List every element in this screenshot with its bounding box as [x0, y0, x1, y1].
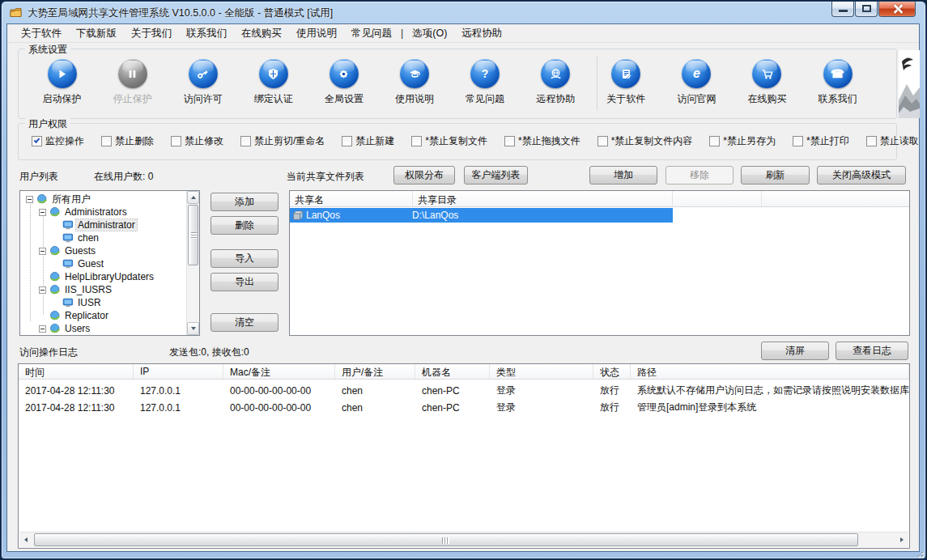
remove-share-button[interactable]: 移除: [665, 166, 734, 185]
permission-distribution-button[interactable]: 权限分布: [393, 166, 455, 185]
menu-about-software[interactable]: 关于软件: [14, 24, 69, 43]
tree-item-administrator[interactable]: Administrator: [20, 218, 186, 231]
column-ip[interactable]: IP: [134, 364, 223, 379]
menu-options[interactable]: 选项(O): [405, 24, 454, 43]
collapse-icon[interactable]: [39, 325, 46, 333]
scroll-up-button[interactable]: [187, 191, 199, 204]
column-share-name[interactable]: 共享名: [290, 191, 413, 206]
collapse-icon[interactable]: [39, 209, 46, 216]
menu-bar: 关于软件 下载新版 关于我们 联系我们 在线购买 使用说明 常见问题 | 选项(…: [7, 24, 919, 43]
checkbox-forbid-cut-rename[interactable]: 禁止剪切/重命名: [240, 134, 325, 148]
user-tree[interactable]: 所有用户 Administrators Administrator chen G…: [19, 190, 200, 336]
scroll-right-button[interactable]: [895, 533, 908, 546]
menu-contact-us[interactable]: 联系我们: [179, 24, 234, 43]
menu-buy-online[interactable]: 在线购买: [234, 24, 289, 43]
column-status[interactable]: 状态: [593, 364, 631, 379]
access-log-table[interactable]: 时间 IP Mac/备注 用户/备注 机器名 类型 状态 路径 2017-04-…: [18, 363, 910, 549]
visit-website-button[interactable]: e 访问官网: [661, 57, 732, 115]
import-users-button[interactable]: 导入: [210, 249, 279, 268]
view-log-button[interactable]: 查看日志: [836, 342, 908, 360]
menu-download-new[interactable]: 下载新版: [69, 24, 124, 43]
tree-item-iis-iusrs[interactable]: IIS_IUSRS: [20, 283, 186, 296]
checkbox-forbid-save-as[interactable]: *禁止另存为: [709, 134, 776, 148]
thumb-grip-icon: [442, 537, 449, 544]
usage-help-button[interactable]: 使用说明: [379, 57, 449, 115]
tree-item-chen[interactable]: chen: [20, 231, 186, 244]
column-machine[interactable]: 机器名: [415, 364, 490, 379]
about-software-button[interactable]: 关于软件: [591, 57, 661, 115]
column-share-path[interactable]: 共享目录: [413, 191, 673, 206]
remote-assist-button[interactable]: 远程协助: [521, 57, 591, 115]
export-users-button[interactable]: 导出: [210, 273, 279, 291]
add-user-button[interactable]: 添加: [210, 193, 279, 211]
faq-button[interactable]: ? 常见问题: [450, 57, 521, 115]
menu-remote-assist[interactable]: 远程协助: [454, 24, 509, 43]
checkbox-forbid-drag-file[interactable]: *禁止拖拽文件: [504, 134, 580, 148]
column-type[interactable]: 类型: [490, 364, 593, 379]
collapse-icon[interactable]: [39, 248, 46, 255]
scroll-left-button[interactable]: [19, 533, 32, 546]
collapse-icon[interactable]: [26, 196, 33, 203]
checkbox-icon: [866, 136, 877, 146]
tree-item-replicator[interactable]: Replicator: [20, 309, 186, 322]
clear-users-button[interactable]: 清空: [210, 313, 279, 332]
add-share-button[interactable]: 增加: [589, 166, 657, 185]
scrollbar-thumb[interactable]: [34, 533, 858, 546]
column-mac[interactable]: Mac/备注: [223, 364, 335, 379]
refresh-button[interactable]: 刷新: [741, 166, 810, 185]
bind-auth-button[interactable]: 绑定认证: [238, 57, 308, 115]
log-horizontal-scrollbar[interactable]: [19, 532, 908, 547]
clear-screen-button[interactable]: 清屏: [761, 342, 829, 360]
scrollbar-thumb[interactable]: [188, 205, 198, 265]
maximize-button[interactable]: [855, 2, 878, 17]
start-protection-button[interactable]: 启动保护: [27, 57, 97, 115]
checkbox-forbid-create[interactable]: 禁止新建: [342, 134, 394, 148]
play-icon: [48, 59, 77, 88]
global-settings-button[interactable]: 全局设置: [308, 57, 379, 115]
column-time[interactable]: 时间: [19, 364, 134, 379]
share-row-selected[interactable]: LanQos D:\LanQos: [290, 208, 673, 223]
arrow-down-icon: [191, 327, 196, 330]
tree-item-users[interactable]: Users: [20, 322, 186, 335]
user-group-icon: [49, 206, 61, 218]
close-advanced-mode-button[interactable]: 关闭高级模式: [817, 166, 906, 185]
tree-item-all-users[interactable]: 所有用户: [20, 193, 186, 206]
collapse-icon[interactable]: [39, 286, 46, 294]
user-icon: [62, 258, 74, 269]
buy-online-button[interactable]: 在线购买: [732, 57, 802, 115]
checkbox-forbid-print[interactable]: *禁止打印: [793, 134, 849, 148]
delete-user-button[interactable]: 删除: [210, 216, 279, 235]
log-row[interactable]: 2017-04-28 12:11:30 127.0.0.1 00-00-00-0…: [19, 382, 909, 399]
checkbox-forbid-delete[interactable]: 禁止删除: [101, 134, 154, 148]
share-list[interactable]: 共享名 共享目录 LanQos D:\LanQos: [289, 190, 910, 336]
contact-us-button[interactable]: ☎ 联系我们: [802, 57, 873, 115]
log-row[interactable]: 2017-04-28 12:11:30 127.0.0.1 00-00-00-0…: [19, 399, 909, 416]
column-user[interactable]: 用户/备注: [335, 364, 415, 379]
checkbox-icon: [411, 136, 422, 146]
resize-grip[interactable]: [915, 549, 923, 557]
checkbox-monitor-operations[interactable]: 监控操作: [32, 134, 84, 148]
close-button[interactable]: [878, 2, 916, 17]
title-bar[interactable]: 大势至局域网共享文件管理系统 V10.5.0.0 - 全能版 - 普通模式 [试…: [2, 2, 925, 23]
checkbox-forbid-modify[interactable]: 禁止修改: [171, 134, 223, 148]
menu-usage-help[interactable]: 使用说明: [289, 24, 344, 43]
scroll-down-button[interactable]: [187, 322, 199, 335]
menu-about-us[interactable]: 关于我们: [124, 24, 179, 43]
checkbox-forbid-copy-file[interactable]: *禁止复制文件: [411, 134, 487, 148]
tree-item-helplibraryupdaters[interactable]: HelpLibraryUpdaters: [20, 270, 186, 283]
app-window: 大势至局域网共享文件管理系统 V10.5.0.0 - 全能版 - 普通模式 [试…: [1, 1, 926, 559]
tree-vertical-scrollbar[interactable]: [186, 191, 199, 335]
column-path[interactable]: 路径: [631, 364, 909, 379]
stop-protection-button[interactable]: 停止保护: [97, 57, 168, 115]
tree-item-guests[interactable]: Guests: [20, 244, 186, 257]
minimize-button[interactable]: [831, 2, 854, 17]
access-permission-button[interactable]: 访问许可: [168, 57, 238, 115]
tree-item-iusr[interactable]: IUSR: [20, 296, 186, 309]
checkbox-forbid-copy-content[interactable]: *禁止复制文件内容: [597, 134, 693, 148]
menu-faq[interactable]: 常见问题: [344, 24, 399, 43]
client-list-button[interactable]: 客户端列表: [464, 166, 528, 185]
checkbox-forbid-read[interactable]: 禁止读取: [866, 134, 919, 148]
tree-item-guest[interactable]: Guest: [20, 257, 186, 270]
tree-item-administrators[interactable]: Administrators: [20, 206, 186, 218]
checkbox-icon: [793, 136, 803, 146]
